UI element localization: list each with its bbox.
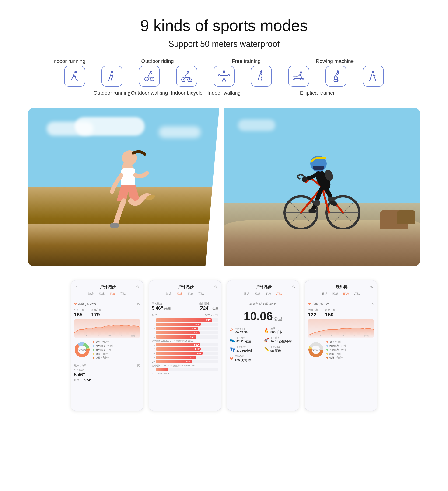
tab-track-1[interactable]: 轨迹 — [88, 292, 94, 297]
hr-section-label-1: ❤ 心率 (次/分钟) ⇱ — [74, 302, 140, 306]
donut-chart-4: 心率区间 — [308, 341, 324, 358]
bar-row-8: 8 5'54" — [152, 352, 218, 355]
col-km: 公里 — [152, 313, 157, 317]
max-pace-value-2: 5'24" /公里 — [199, 305, 218, 311]
tab-pace-3[interactable]: 配速 — [254, 292, 261, 297]
bar-num-8: 8 — [152, 352, 155, 355]
bar-fill-11 — [156, 368, 168, 371]
bar-fill-4: 5'34" — [156, 331, 199, 334]
legend-val-4: <1分钟 — [101, 356, 109, 359]
edit-icon-3[interactable]: ✎ — [292, 285, 295, 289]
top-label-spacer4 — [357, 58, 401, 64]
back-button-2[interactable]: ← — [153, 284, 157, 289]
phone-header-2: ← 户外跑步 ✎ — [152, 284, 218, 290]
legend-val-4-2: 0分钟 — [340, 348, 346, 351]
tab-detail-1[interactable]: 详情 — [120, 292, 126, 297]
legend-label-2: 有氧能力 — [96, 348, 105, 351]
tab-pace-1[interactable]: 配速 — [99, 292, 105, 297]
phone-header-3: ← 户外跑步 ✎ — [230, 284, 296, 290]
pace-summary-2: 平均配速 5'46" /公里 最快配速 5'24" /公里 — [152, 302, 218, 311]
max-hr-value-1: 179 — [91, 312, 101, 318]
phone-tabs-1: 轨迹 配速 图表 详情 — [74, 292, 140, 299]
bar-row-9: 9 5'22" — [152, 356, 218, 359]
avg-speed-icon: 🚀 — [264, 337, 269, 342]
edit-icon-2[interactable]: ✎ — [214, 285, 217, 289]
svg-text:心率区间: 心率区间 — [78, 349, 86, 351]
best-pace-label-1: 最快 — [74, 378, 79, 382]
sport-icon-item-indoor-bicycle — [168, 66, 205, 89]
phone-header-4: ← 划船机 ✎ — [308, 284, 374, 290]
tab-chart-3[interactable]: 图表 — [265, 292, 271, 297]
svg-point-1 — [111, 71, 113, 73]
bar-val-3: 5'28" — [192, 327, 197, 330]
back-button-1[interactable]: ← — [75, 284, 79, 289]
tab-track-2[interactable]: 轨迹 — [166, 292, 172, 297]
sport-icon-item-rowing-machine — [280, 66, 317, 89]
tab-detail-4[interactable]: 详情 — [354, 292, 360, 297]
legend-label-4-4: 热身 — [330, 356, 334, 359]
bottom-label-elliptical: Elliptical trainer — [280, 90, 355, 96]
tab-pace-4[interactable]: 配速 — [332, 292, 339, 297]
avg-pace-icon: 👟 — [230, 337, 235, 342]
main-unit-3: 公里 — [274, 317, 282, 321]
stat-time: ⏱ 运动时间 00:57:58 — [230, 327, 262, 334]
sport-icon-elliptical — [325, 66, 347, 87]
svg-point-0 — [74, 71, 77, 73]
bar-val-10: 5'04" — [186, 360, 191, 363]
back-button-3[interactable]: ← — [231, 284, 235, 289]
hr-section-label-4: ❤ 心率 (次/分钟) ⇱ — [308, 302, 374, 306]
sport-icon-outdoor-running — [64, 66, 85, 87]
sport-icon-item-outdoor-walking — [93, 66, 131, 89]
avg-hr-block-4: 平均心率 122 — [308, 308, 318, 318]
footnote-5k: 运动时间 00:28:38 5 公里 累计时间 00:28:52 — [152, 340, 218, 342]
tab-chart-1[interactable]: 图表 — [109, 292, 116, 297]
hr-chart-1: 0 10 20 30 40 时间(分) — [74, 319, 140, 338]
bar-val-4: 5'34" — [194, 331, 198, 334]
phone-card-2: ← 户外跑步 ✎ 轨迹 配速 图表 详情 平均配速 5'46" /公里 最快配速… — [149, 280, 221, 411]
legend-val-4-4: 20分钟 — [335, 356, 342, 359]
legend-item-4-0: 极限 0分钟 — [326, 340, 346, 343]
top-label-rowing-machine: Rowing machine — [313, 58, 357, 64]
top-label-outdoor-riding: Outdoor riding — [135, 58, 180, 64]
legend-dot-2 — [93, 349, 95, 351]
edit-icon-4[interactable]: ✎ — [370, 285, 373, 289]
bar-num-11: 11 — [152, 368, 155, 371]
tab-track-4[interactable]: 轨迹 — [322, 292, 328, 297]
svg-point-10 — [223, 70, 225, 73]
sport-icon-outdoor-riding — [139, 66, 160, 87]
svg-point-41 — [314, 199, 320, 206]
tab-detail-3[interactable]: 详情 — [276, 292, 282, 297]
svg-text:心率区间: 心率区间 — [312, 349, 320, 351]
max-hr-label-1: 最大心率 — [91, 308, 101, 312]
top-labels-row: Indoor running Outdoor riding Free train… — [28, 58, 420, 64]
tab-pace-2[interactable]: 配速 — [177, 292, 183, 297]
phone-card-3: ← 户外跑步 ✎ 轨迹 配速 图表 详情 2019年8月18日 20:44 10… — [227, 280, 299, 411]
hr-value-3: 165 次/分钟 — [235, 358, 251, 362]
bottom-label-spacer — [243, 90, 280, 96]
edit-icon-1[interactable]: ✎ — [136, 285, 139, 289]
avg-hr-block-1: 平均心率 165 — [74, 308, 84, 318]
phone-card-4: ← 划船机 ✎ 轨迹 配速 图表 详情 ❤ 心率 (次/分钟) ⇱ 平均心率 1… — [305, 280, 377, 411]
tab-chart-4[interactable]: 图表 — [343, 292, 349, 297]
bar-track-7: 5'40" — [156, 347, 218, 351]
app-screenshots: ← 户外跑步 ✎ 轨迹 配速 图表 详情 ❤ 心率 (次/分钟) ⇱ 平均心率 … — [28, 280, 420, 411]
bar-track-2: 5'46" — [156, 323, 218, 326]
tab-chart-2[interactable]: 图表 — [187, 292, 194, 297]
legend-val-1: 10分钟 — [106, 344, 113, 347]
timestamp-3: 2019年8月18日 20:44 — [230, 302, 296, 306]
avg-pace-value-2: 5'46" /公里 — [152, 305, 171, 311]
legend-dot-0 — [93, 341, 95, 343]
avg-speed-info: 平均速度 10.41 公里/小时 — [271, 336, 292, 344]
legend-label-1: 无氧能力 — [96, 344, 105, 347]
time-value: 00:57:58 — [235, 330, 248, 334]
hr-chart-4: 0 5 10 15 20 时间(分) — [308, 319, 374, 338]
tab-detail-2[interactable]: 详情 — [198, 292, 204, 297]
sport-icon-indoor-walking — [251, 66, 272, 87]
expand-icon-1[interactable]: ⇱ — [137, 364, 140, 368]
tab-track-3[interactable]: 轨迹 — [244, 292, 250, 297]
legend-label-4-3: 燃脂 — [330, 352, 334, 355]
back-button-4[interactable]: ← — [309, 284, 313, 289]
stride-info: 平均步幅 98 厘米 — [271, 346, 281, 353]
best-pace-value-1: 3'24" — [84, 378, 91, 382]
avg-speed-value: 10.41 公里/小时 — [271, 340, 292, 344]
